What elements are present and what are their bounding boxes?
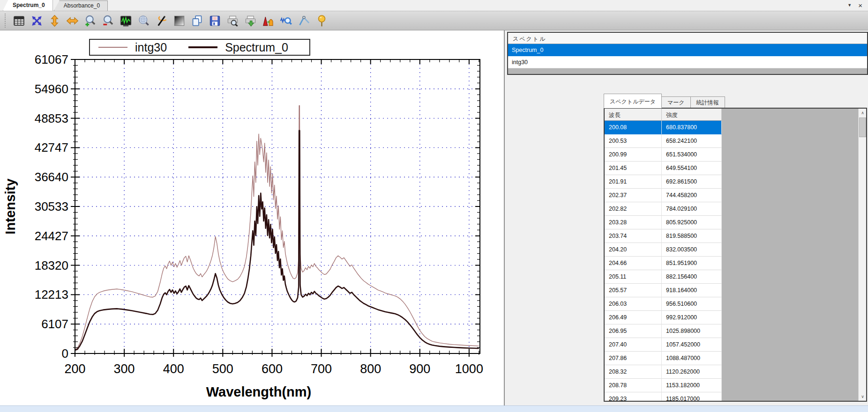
document-tab-spectrum_0[interactable]: Spectrum_0 xyxy=(3,0,53,11)
table-cell[interactable]: 1088.487000 xyxy=(662,352,722,365)
expand-icon-button[interactable] xyxy=(28,12,45,29)
table-row[interactable]: 208.321120.262000 xyxy=(605,365,722,379)
table-row[interactable]: 203.74819.588500 xyxy=(605,229,722,243)
table-cell[interactable]: 203.28 xyxy=(605,216,662,229)
table-row[interactable]: 200.08680.837800 xyxy=(605,121,722,134)
table-cell[interactable]: 956.510600 xyxy=(662,297,722,311)
table-row[interactable]: 208.781153.182000 xyxy=(605,379,722,392)
table-cell[interactable]: 1153.182000 xyxy=(662,379,722,392)
column-header[interactable]: 強度 xyxy=(662,109,722,121)
table-cell[interactable]: 651.534000 xyxy=(662,148,722,162)
table-cell[interactable]: 1057.452000 xyxy=(662,338,722,352)
table-cell[interactable]: 206.49 xyxy=(605,311,662,324)
table-cell[interactable]: 208.78 xyxy=(605,379,662,392)
close-icon[interactable]: × xyxy=(858,2,862,9)
table-cell[interactable]: 204.20 xyxy=(605,243,662,257)
peaks-icon-button[interactable] xyxy=(260,12,277,29)
chart-canvas[interactable]: 0610712213183202442730533366404274748853… xyxy=(0,30,505,405)
data-tab[interactable]: マーク xyxy=(662,96,691,108)
table-cell[interactable]: 200.53 xyxy=(605,134,662,148)
spectrum-list-item[interactable]: intg30 xyxy=(508,56,867,68)
scrollbar-thumb[interactable] xyxy=(859,118,866,137)
scrollbar-down-icon[interactable]: ∨ xyxy=(859,392,867,401)
table-cell[interactable]: 205.11 xyxy=(605,270,662,284)
table-cell[interactable]: 1025.898000 xyxy=(662,324,722,338)
table-row[interactable]: 207.401057.452000 xyxy=(605,338,722,352)
column-header[interactable]: 波長 xyxy=(605,109,662,121)
sphere-zoom-icon-button[interactable] xyxy=(135,12,152,29)
table-cell[interactable]: 680.837800 xyxy=(662,121,722,134)
table-cell[interactable]: 658.242100 xyxy=(662,134,722,148)
pin-icon-button[interactable] xyxy=(313,12,330,29)
table-row[interactable]: 206.951025.898000 xyxy=(605,324,722,338)
table-row[interactable]: 207.861088.487000 xyxy=(605,352,722,365)
horizontal-scale-icon-button[interactable] xyxy=(64,12,81,29)
caliper-icon-button[interactable] xyxy=(295,12,312,29)
table-cell[interactable]: 851.951900 xyxy=(662,257,722,270)
table-row[interactable]: 200.53658.242100 xyxy=(605,134,722,148)
table-icon-button[interactable] xyxy=(10,12,27,29)
table-cell[interactable]: 203.74 xyxy=(605,229,662,243)
table-cell[interactable]: 649.554100 xyxy=(662,162,722,175)
table-cell[interactable]: 832.003500 xyxy=(662,243,722,257)
table-row[interactable]: 201.91692.861500 xyxy=(605,175,722,189)
table-row[interactable]: 200.99651.534000 xyxy=(605,148,722,162)
table-cell[interactable]: 1120.262000 xyxy=(662,365,722,379)
print-preview-icon-button[interactable] xyxy=(224,12,241,29)
table-cell[interactable]: 205.57 xyxy=(605,284,662,297)
table-cell[interactable]: 206.03 xyxy=(605,297,662,311)
table-scrollbar[interactable]: ∧ ∨ xyxy=(858,109,866,401)
tab-menu-dropdown-icon[interactable]: ▼ xyxy=(847,3,852,7)
table-cell[interactable]: 805.925000 xyxy=(662,216,722,229)
print-export-icon-button[interactable] xyxy=(242,12,259,29)
table-cell[interactable]: 201.91 xyxy=(605,175,662,189)
data-tab[interactable]: スペクトルデータ xyxy=(604,94,662,108)
zoom-in-icon-button[interactable] xyxy=(82,12,98,29)
table-cell[interactable]: 784.029100 xyxy=(662,202,722,216)
document-tab-absorbance_0[interactable]: Absorbance_0 xyxy=(54,0,108,11)
table-row[interactable]: 205.11882.156400 xyxy=(605,270,722,284)
table-row[interactable]: 203.28805.925000 xyxy=(605,216,722,229)
zoom-out-icon-button[interactable] xyxy=(99,12,116,29)
table-cell[interactable]: 206.95 xyxy=(605,324,662,338)
table-cell[interactable]: 918.164000 xyxy=(662,284,722,297)
table-cell[interactable]: 202.82 xyxy=(605,202,662,216)
data-tab[interactable]: 統計情報 xyxy=(691,96,725,108)
scrollbar-up-icon[interactable]: ∧ xyxy=(859,109,867,117)
table-row[interactable]: 204.20832.003500 xyxy=(605,243,722,257)
table-row[interactable]: 206.49992.912000 xyxy=(605,311,722,324)
save-icon-button[interactable] xyxy=(206,12,223,29)
oscilloscope-icon-button[interactable] xyxy=(117,12,134,29)
table-cell[interactable]: 202.37 xyxy=(605,189,662,202)
table-row[interactable]: 206.03956.510600 xyxy=(605,297,722,311)
legend-line-sample xyxy=(188,46,217,48)
table-row[interactable]: 202.37744.458200 xyxy=(605,189,722,202)
vertical-scale-icon-button[interactable] xyxy=(46,12,63,29)
table-cell[interactable]: 992.912000 xyxy=(662,311,722,324)
table-cell[interactable]: 207.86 xyxy=(605,352,662,365)
magic-wand-icon-button[interactable] xyxy=(153,12,170,29)
gradient-icon-button[interactable] xyxy=(171,12,187,29)
wave-zoom-icon-button[interactable] xyxy=(277,12,294,29)
copy-icon-button[interactable] xyxy=(188,12,205,29)
spectrum-list-item[interactable]: Spectrum_0 xyxy=(508,44,867,56)
table-cell[interactable]: 882.156400 xyxy=(662,270,722,284)
table-cell[interactable]: 819.588500 xyxy=(662,229,722,243)
table-row[interactable]: 202.82784.029100 xyxy=(605,202,722,216)
table-row[interactable]: 209.231185.017000 xyxy=(605,392,722,402)
table-row[interactable]: 205.57918.164000 xyxy=(605,284,722,297)
table-cell[interactable]: 692.861500 xyxy=(662,175,722,189)
table-cell[interactable]: 209.23 xyxy=(605,392,662,402)
table-cell[interactable]: 204.66 xyxy=(605,257,662,270)
table-cell[interactable]: 207.40 xyxy=(605,338,662,352)
table-cell[interactable]: 744.458200 xyxy=(662,189,722,202)
svg-text:61067: 61067 xyxy=(35,52,68,66)
table-cell[interactable]: 200.08 xyxy=(605,121,662,134)
table-row[interactable]: 201.45649.554100 xyxy=(605,162,722,175)
table-cell[interactable]: 200.99 xyxy=(605,148,662,162)
table-cell[interactable]: 208.32 xyxy=(605,365,662,379)
table-row[interactable]: 204.66851.951900 xyxy=(605,257,722,270)
table-cell[interactable]: 1185.017000 xyxy=(662,392,722,402)
table-cell[interactable]: 201.45 xyxy=(605,162,662,175)
toolbar-grip[interactable] xyxy=(5,14,7,28)
